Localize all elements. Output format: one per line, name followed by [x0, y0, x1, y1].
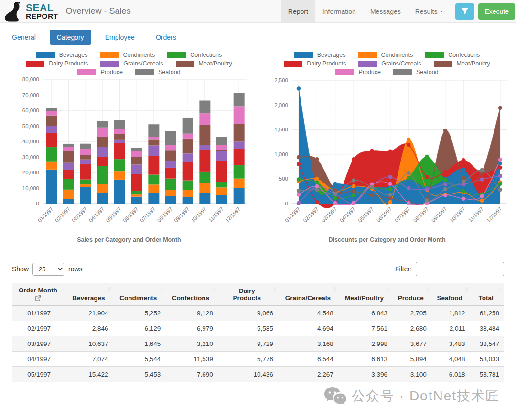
bar-segment-02-1997-confections[interactable]	[63, 179, 74, 190]
bar-segment-06-1997-condiments[interactable]	[131, 194, 142, 197]
bar-segment-10-1997-beverages[interactable]	[199, 193, 210, 204]
column-header-produce[interactable]: ↓↑Produce	[392, 283, 431, 306]
bar-segment-11-1997-condiments[interactable]	[216, 187, 227, 195]
bar-segment-02-1997-dairy-products[interactable]	[63, 170, 74, 179]
drill-link-icon[interactable]	[35, 295, 41, 302]
bar-segment-12-1997-beverages[interactable]	[234, 188, 245, 204]
filter-input[interactable]	[416, 262, 504, 276]
point-03-1997-confections[interactable]	[333, 196, 337, 200]
bar-segment-12-1997-seafood[interactable]	[234, 93, 245, 107]
sort-icon[interactable]: ↓↑	[272, 286, 276, 291]
legend-item-meat-poultry[interactable]: Meat/Poultry	[176, 60, 232, 67]
bar-segment-03-1997-condiments[interactable]	[80, 184, 91, 187]
bar-segment-06-1997-dairy-products[interactable]	[131, 174, 142, 191]
point-11-1997-produce[interactable]	[480, 194, 484, 198]
column-header-grains-cereals[interactable]: ↓↑Grains/Cereals	[278, 283, 338, 306]
point-05-1997-dairy-products[interactable]	[370, 149, 374, 152]
point-06-1997-grains-cereals[interactable]	[388, 175, 392, 179]
bar-segment-04-1997-confections[interactable]	[97, 166, 108, 184]
point-10-1997-meat-poultry[interactable]	[462, 176, 465, 180]
bar-segment-08-1997-seafood[interactable]	[165, 131, 176, 145]
bar-segment-01-1997-meat-poultry[interactable]	[46, 116, 57, 126]
point-02-1997-produce[interactable]	[315, 184, 319, 188]
bar-segment-04-1997-beverages[interactable]	[97, 193, 108, 204]
legend-item-seafood[interactable]: Seafood	[135, 69, 181, 75]
bar-segment-01-1997-produce[interactable]	[46, 111, 57, 116]
bar-segment-03-1997-dairy-products[interactable]	[80, 164, 91, 180]
table-row-03-1997[interactable]: 03/199710,6371,6453,2109,7293,1682,9983,…	[12, 336, 504, 352]
point-10-1997-dairy-products[interactable]	[462, 158, 465, 162]
bar-segment-05-1997-meat-poultry[interactable]	[114, 134, 125, 140]
bar-segment-11-1997-beverages[interactable]	[216, 195, 227, 204]
bar-segment-07-1997-confections[interactable]	[148, 175, 159, 185]
bar-segment-03-1997-grains-cereals[interactable]	[80, 160, 91, 164]
bar-segment-07-1997-produce[interactable]	[148, 137, 159, 140]
column-header-seafood[interactable]: ↓↑Seafood	[431, 283, 470, 306]
bar-segment-09-1997-produce[interactable]	[183, 134, 194, 139]
column-header-total[interactable]: ↓↑Total	[470, 283, 504, 306]
table-row-05-1997[interactable]: 05/199715,4225,4537,69010,4362,2673,3963…	[12, 367, 504, 382]
bar-segment-01-1997-dairy-products[interactable]	[46, 133, 57, 147]
point-04-1997-dairy-products[interactable]	[352, 157, 355, 161]
column-header-order-month[interactable]: ↓↑Order Month	[12, 283, 66, 306]
bar-segment-06-1997-beverages[interactable]	[131, 197, 142, 204]
point-07-1997-seafood[interactable]	[407, 171, 410, 175]
legend-item-confections[interactable]: Confections	[167, 52, 222, 58]
column-header-condiments[interactable]: ↓↑Condiments	[113, 283, 166, 306]
point-12-1997-dairy-products[interactable]	[498, 165, 502, 169]
point-12-1997-beverages[interactable]	[498, 161, 502, 165]
point-06-1997-seafood[interactable]	[388, 193, 392, 196]
column-header-meat-poultry[interactable]: ↓↑Meat/Poultry	[338, 283, 392, 306]
bar-segment-12-1997-produce[interactable]	[234, 106, 245, 124]
bar-segment-08-1997-grains-cereals[interactable]	[165, 161, 176, 168]
bar-segment-10-1997-confections[interactable]	[199, 172, 210, 183]
bar-segment-05-1997-dairy-products[interactable]	[114, 143, 125, 159]
sort-icon[interactable]: ↓↑	[61, 286, 64, 291]
bar-segment-01-1997-confections[interactable]	[46, 147, 57, 162]
point-09-1997-seafood[interactable]	[443, 187, 447, 191]
bar-segment-12-1997-grains-cereals[interactable]	[234, 141, 245, 149]
point-03-1997-seafood[interactable]	[333, 192, 337, 195]
bar-segment-09-1997-condiments[interactable]	[183, 190, 194, 197]
point-12-1997-seafood[interactable]	[498, 188, 502, 192]
point-02-1997-dairy-products[interactable]	[315, 200, 319, 204]
bar-segment-05-1997-seafood[interactable]	[114, 120, 125, 129]
bar-segment-07-1997-meat-poultry[interactable]	[148, 139, 159, 145]
filter-button[interactable]	[455, 3, 474, 20]
point-06-1997-confections[interactable]	[388, 187, 392, 191]
nav-item-report[interactable]: Report	[281, 0, 315, 22]
bar-segment-09-1997-seafood[interactable]	[183, 118, 194, 134]
point-04-1997-produce[interactable]	[352, 201, 355, 205]
bar-segment-11-1997-seafood[interactable]	[216, 137, 227, 145]
bar-segment-07-1997-seafood[interactable]	[148, 124, 159, 137]
bar-segment-06-1997-confections[interactable]	[131, 191, 142, 194]
sort-icon[interactable]: ↓↑	[212, 286, 216, 291]
execute-button[interactable]: Execute	[478, 3, 515, 20]
legend-item-beverages[interactable]: Beverages	[294, 52, 346, 58]
bar-segment-08-1997-meat-poultry[interactable]	[165, 150, 176, 161]
table-row-01-1997[interactable]: 01/199721,9045,2529,1289,0664,5486,8432,…	[12, 306, 504, 321]
point-07-1997-produce[interactable]	[407, 201, 410, 205]
bar-segment-02-1997-grains-cereals[interactable]	[63, 163, 74, 170]
point-10-1997-seafood[interactable]	[462, 180, 465, 183]
bar-segment-03-1997-meat-poultry[interactable]	[80, 155, 91, 160]
point-02-1997-condiments[interactable]	[315, 177, 319, 181]
point-01-1997-confections[interactable]	[297, 177, 301, 181]
bar-segment-10-1997-seafood[interactable]	[199, 101, 210, 114]
point-01-1997-seafood[interactable]	[297, 189, 301, 193]
legend-item-produce[interactable]: Produce	[77, 69, 123, 75]
legend-item-seafood[interactable]: Seafood	[393, 69, 439, 75]
point-11-1997-grains-cereals[interactable]	[480, 177, 484, 181]
point-11-1997-seafood[interactable]	[480, 168, 484, 172]
bar-segment-10-1997-dairy-products[interactable]	[199, 150, 210, 172]
bar-segment-08-1997-dairy-products[interactable]	[165, 168, 176, 179]
bar-segment-09-1997-dairy-products[interactable]	[183, 162, 194, 180]
bar-segment-09-1997-meat-poultry[interactable]	[183, 139, 194, 154]
tab-general[interactable]: General	[5, 30, 43, 45]
point-07-1997-condiments[interactable]	[407, 138, 410, 141]
bar-segment-11-1997-meat-poultry[interactable]	[216, 150, 227, 151]
bar-segment-11-1997-confections[interactable]	[216, 182, 227, 188]
page-size-select[interactable]: 25	[32, 263, 64, 276]
bar-segment-12-1997-confections[interactable]	[234, 165, 245, 179]
bar-segment-05-1997-confections[interactable]	[114, 159, 125, 171]
